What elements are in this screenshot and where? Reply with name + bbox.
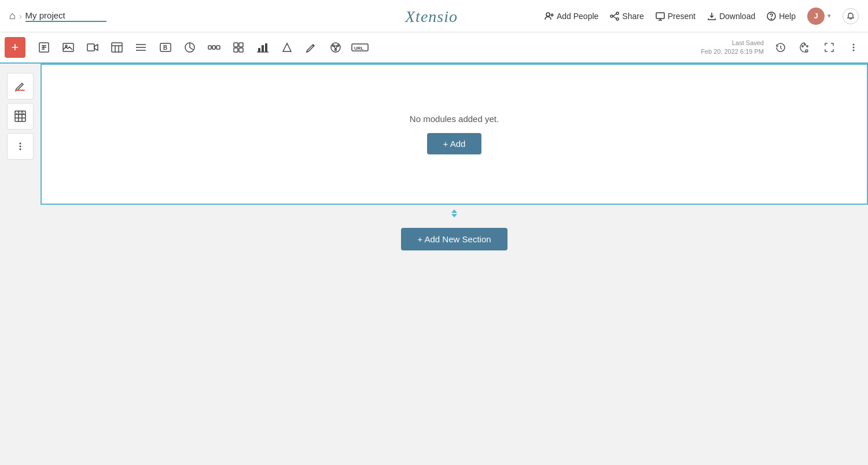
add-people-button[interactable]: Add People xyxy=(545,12,598,21)
svg-text:Xtensio: Xtensio xyxy=(404,8,458,25)
svg-point-59 xyxy=(804,44,806,45)
download-button[interactable]: Download xyxy=(707,12,755,21)
add-module-button[interactable]: + Add xyxy=(427,133,482,154)
top-nav: ⌂ › My project Xtensio Add People xyxy=(0,0,868,32)
nav-right: Add People Share Present xyxy=(434,8,859,25)
svg-rect-46 xyxy=(265,43,267,52)
no-modules-text: No modules added yet. xyxy=(410,114,499,124)
help-button[interactable]: Help xyxy=(767,12,796,21)
table-tool-button[interactable] xyxy=(105,36,128,59)
svg-rect-43 xyxy=(239,48,243,52)
svg-rect-35 xyxy=(208,46,211,49)
more-panel-options-button[interactable] xyxy=(7,133,34,160)
svg-text:B: B xyxy=(163,45,167,51)
add-content-button[interactable]: + xyxy=(5,37,25,58)
project-title[interactable]: My project xyxy=(25,10,106,22)
svg-rect-36 xyxy=(212,46,215,49)
help-label: Help xyxy=(779,12,796,21)
video-tool-button[interactable] xyxy=(81,36,104,59)
svg-text:T: T xyxy=(42,45,45,50)
svg-rect-64 xyxy=(16,90,25,91)
svg-line-8 xyxy=(613,16,616,19)
resize-arrows xyxy=(450,209,458,218)
layers-tool-button[interactable] xyxy=(227,36,250,59)
page-section: No modules added yet. + Add xyxy=(41,64,868,205)
svg-point-30 xyxy=(136,47,137,48)
last-saved-label: Last Saved xyxy=(701,39,764,47)
home-icon[interactable]: ⌂ xyxy=(9,10,16,22)
svg-point-60 xyxy=(807,46,808,47)
avatar-chevron: ▾ xyxy=(827,12,831,20)
present-label: Present xyxy=(668,12,696,21)
svg-rect-41 xyxy=(239,43,243,47)
svg-point-70 xyxy=(20,143,21,145)
process-tool-button[interactable] xyxy=(203,36,226,59)
svg-point-6 xyxy=(610,15,613,17)
svg-point-57 xyxy=(806,50,808,52)
svg-point-62 xyxy=(853,47,855,49)
svg-rect-42 xyxy=(234,48,238,52)
tool-buttons: T xyxy=(32,36,698,59)
avatar-button[interactable]: J ▾ xyxy=(807,8,831,25)
toolbar-right: Last Saved Feb 20, 2022 6:19 PM xyxy=(701,38,863,57)
main-content: No modules added yet. + Add + Add New Se… xyxy=(0,64,868,465)
svg-point-31 xyxy=(136,50,137,51)
more-options-button[interactable] xyxy=(844,38,863,57)
add-people-label: Add People xyxy=(557,12,598,21)
fill-color-button[interactable] xyxy=(7,73,34,99)
toolbar: + T xyxy=(0,32,868,64)
fullscreen-button[interactable] xyxy=(819,38,839,57)
pattern-button[interactable] xyxy=(7,103,34,130)
svg-rect-22 xyxy=(112,43,122,52)
svg-point-5 xyxy=(616,18,619,20)
svg-point-1 xyxy=(546,13,550,16)
last-saved-date: Feb 20, 2022 6:19 PM xyxy=(701,47,764,56)
svg-line-54 xyxy=(336,46,337,50)
section-content: No modules added yet. + Add xyxy=(42,65,867,204)
add-new-section-button[interactable]: + Add New Section xyxy=(401,228,507,250)
share-label: Share xyxy=(622,12,643,21)
button-tool-button[interactable]: B xyxy=(154,36,177,59)
svg-point-13 xyxy=(771,19,772,19)
breadcrumb-chevron: › xyxy=(19,12,22,21)
list-tool-button[interactable] xyxy=(130,36,153,59)
svg-rect-44 xyxy=(258,48,260,52)
share-button[interactable]: Share xyxy=(610,12,643,21)
pie-chart-tool-button[interactable] xyxy=(178,36,201,59)
history-button[interactable] xyxy=(771,38,790,57)
nav-left: ⌂ › My project xyxy=(9,10,434,22)
svg-rect-45 xyxy=(262,45,264,52)
section-divider[interactable] xyxy=(41,205,868,222)
text-tool-button[interactable]: T xyxy=(32,36,56,59)
image-tool-button[interactable] xyxy=(57,36,80,59)
bar-chart-tool-button[interactable] xyxy=(251,36,274,59)
svg-rect-65 xyxy=(15,111,25,121)
svg-line-53 xyxy=(334,46,336,50)
svg-point-29 xyxy=(136,44,137,45)
svg-rect-9 xyxy=(656,13,664,19)
svg-point-58 xyxy=(802,46,803,47)
shape-tool-button[interactable] xyxy=(275,36,299,59)
left-panel xyxy=(0,64,41,465)
url-tool-button[interactable]: URL xyxy=(348,36,372,59)
canvas-area: No modules added yet. + Add + Add New Se… xyxy=(41,64,868,465)
present-button[interactable]: Present xyxy=(656,12,696,21)
download-label: Download xyxy=(719,12,755,21)
toolbar-right-icons xyxy=(771,38,863,57)
svg-point-61 xyxy=(853,44,855,46)
svg-point-63 xyxy=(853,50,855,51)
svg-rect-37 xyxy=(216,46,220,49)
user-avatar[interactable]: J xyxy=(807,8,825,25)
notification-bell[interactable] xyxy=(843,8,859,24)
palette-button[interactable] xyxy=(795,38,815,57)
svg-line-7 xyxy=(613,14,616,16)
social-tool-button[interactable] xyxy=(324,36,347,59)
svg-point-72 xyxy=(20,149,21,150)
add-section-area: + Add New Section xyxy=(41,222,868,256)
svg-text:URL: URL xyxy=(354,46,364,51)
svg-point-4 xyxy=(616,12,619,14)
svg-point-71 xyxy=(20,146,21,147)
signature-tool-button[interactable] xyxy=(300,36,323,59)
app-logo: Xtensio xyxy=(402,6,466,27)
svg-rect-21 xyxy=(87,44,94,51)
